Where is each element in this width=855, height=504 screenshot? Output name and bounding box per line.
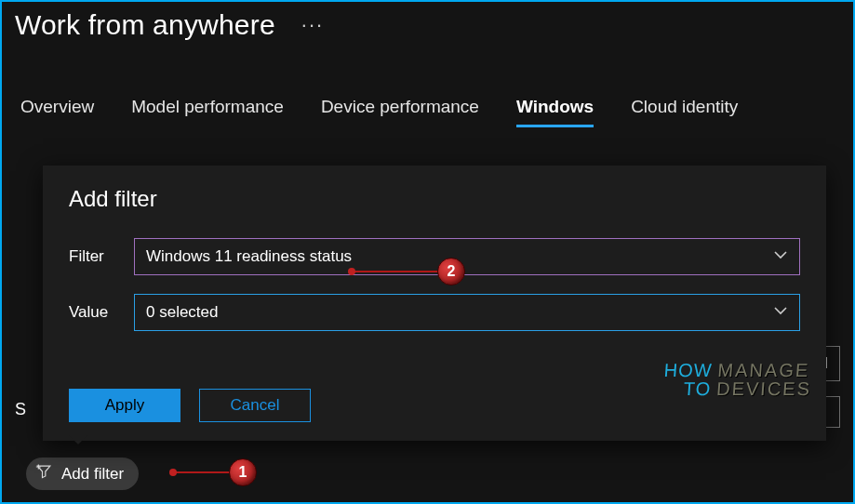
page-title: Work from anywhere (15, 9, 275, 41)
annotation-marker-2: 2 (437, 258, 465, 285)
filter-field-label: Filter (69, 247, 134, 266)
watermark-to: TO (662, 379, 712, 398)
tab-windows[interactable]: Windows (516, 97, 594, 127)
annotation-leader-1 (173, 471, 231, 473)
add-filter-dialog: Add filter Filter Windows 11 readiness s… (43, 166, 826, 441)
value-field-label: Value (69, 303, 134, 322)
filter-dropdown-value: Windows 11 readiness status (146, 247, 352, 266)
annotation-marker-1: 1 (229, 458, 257, 486)
plus-filter-icon (35, 463, 54, 484)
tab-bar: Overview Model performance Device perfor… (2, 41, 853, 127)
tab-description: Review devices that are evaluated in the… (2, 127, 853, 146)
value-dropdown[interactable]: 0 selected (134, 294, 800, 331)
chevron-down-icon (773, 247, 788, 267)
watermark-how: HOW (663, 361, 713, 379)
value-dropdown-value: 0 selected (146, 303, 219, 322)
watermark-manage: MANAGE (717, 361, 813, 379)
apply-button[interactable]: Apply (69, 389, 180, 422)
cancel-button[interactable]: Cancel (199, 389, 311, 422)
more-menu-icon[interactable]: ··· (301, 13, 324, 37)
annotation-leader-2 (352, 271, 439, 272)
tab-cloud-identity[interactable]: Cloud identity (631, 97, 738, 127)
tab-overview[interactable]: Overview (20, 97, 94, 127)
add-filter-label: Add filter (61, 465, 124, 484)
truncated-letter: S (15, 400, 26, 419)
watermark-logo: HOW TO MANAGE DEVICES (662, 361, 814, 398)
add-filter-button[interactable]: Add filter (26, 458, 139, 490)
dialog-title: Add filter (69, 186, 800, 212)
chevron-down-icon (773, 303, 788, 323)
watermark-devices: DEVICES (716, 379, 812, 398)
tab-model-performance[interactable]: Model performance (131, 97, 284, 127)
tab-device-performance[interactable]: Device performance (321, 97, 479, 127)
filter-dropdown[interactable]: Windows 11 readiness status (134, 238, 800, 275)
